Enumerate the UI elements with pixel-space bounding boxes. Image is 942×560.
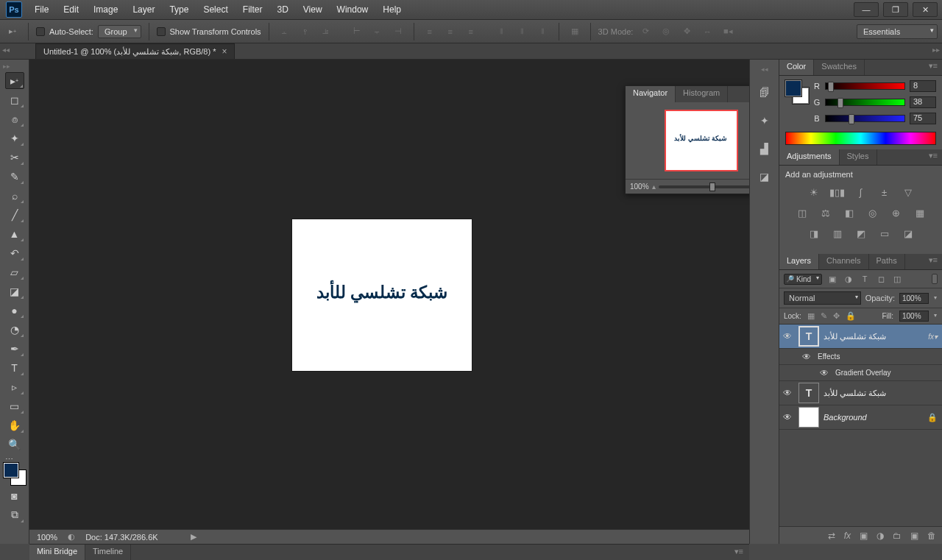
3d-pan-icon[interactable]: ✥ — [679, 24, 695, 40]
distribute-bottom-icon[interactable]: ≡ — [463, 24, 479, 40]
b-slider[interactable] — [825, 115, 905, 122]
adjustments-menu-icon[interactable]: ▾≡ — [924, 149, 942, 165]
menu-select[interactable]: Select — [196, 1, 234, 18]
close-tab-icon[interactable]: × — [222, 46, 227, 57]
dodge-tool[interactable]: ◔ — [5, 321, 24, 338]
lasso-tool[interactable]: ⌾ — [5, 110, 24, 127]
crop-tool[interactable]: ✂ — [5, 149, 24, 166]
colorbalance-icon[interactable]: ⚖ — [818, 205, 834, 220]
menu-3d[interactable]: 3D — [270, 1, 294, 18]
filter-type-icon[interactable]: T — [859, 273, 871, 285]
toolbox-handle-icon[interactable]: ▸▸ — [3, 63, 10, 70]
background-layer-name[interactable]: Background — [824, 413, 923, 422]
stamp-tool[interactable]: ▲ — [5, 225, 24, 242]
fill-value[interactable]: 100% — [899, 311, 929, 322]
close-button[interactable]: ✕ — [913, 2, 938, 17]
filter-toggle[interactable] — [932, 274, 938, 284]
menu-filter[interactable]: Filter — [236, 1, 269, 18]
color-swatch-picker[interactable] — [785, 80, 809, 104]
layer-row-background[interactable]: 👁 Background 🔒 — [779, 405, 942, 430]
layer-effects-row[interactable]: 👁 Effects — [779, 349, 942, 365]
history-brush-tool[interactable]: ↶ — [5, 244, 24, 261]
move-tool[interactable]: ▸+ — [5, 72, 24, 89]
g-slider[interactable] — [825, 99, 905, 106]
shape-tool[interactable]: ▭ — [5, 397, 24, 414]
layer-fx-icon[interactable]: fx — [844, 531, 851, 541]
lock-transparent-icon[interactable]: ▦ — [807, 311, 815, 321]
maximize-button[interactable]: ❐ — [883, 2, 908, 17]
align-vcenter-icon[interactable]: ⫯ — [297, 24, 314, 40]
vibrance-icon[interactable]: ▽ — [900, 185, 916, 199]
info-panel-icon[interactable]: ▟ — [755, 141, 774, 157]
tab-histogram[interactable]: Histogram — [676, 86, 728, 102]
tab-paths[interactable]: Paths — [869, 254, 905, 269]
status-zoom[interactable]: 100% — [37, 533, 57, 542]
photofilter-icon[interactable]: ◎ — [865, 205, 881, 220]
filter-smart-icon[interactable]: ◫ — [891, 273, 903, 285]
navigator-panel[interactable]: Navigator Histogram ▸▸ ▾≡ شبكة تشلسي للأ… — [625, 85, 749, 194]
filter-adjustment-icon[interactable]: ◑ — [843, 273, 854, 285]
brush-tool[interactable]: ╱ — [5, 206, 24, 223]
document-canvas[interactable]: شبكة تشلسي للأبد — [292, 219, 472, 371]
menu-type[interactable]: Type — [163, 1, 195, 18]
tab-swatches[interactable]: Swatches — [814, 60, 865, 75]
3d-roll-icon[interactable]: ◎ — [658, 24, 674, 40]
foreground-color-swatch[interactable] — [4, 463, 18, 478]
layer-name[interactable]: شبكة تشلسي للأبد — [824, 332, 924, 341]
menu-help[interactable]: Help — [376, 1, 408, 18]
layer-mask-icon[interactable]: ▣ — [860, 531, 868, 541]
status-arrow-icon[interactable]: ▶ — [191, 532, 196, 542]
align-left-icon[interactable]: ⊢ — [349, 24, 365, 40]
tab-adjustments[interactable]: Adjustments — [779, 149, 840, 165]
opacity-value[interactable]: 100% — [899, 293, 929, 304]
visibility-toggle-icon[interactable]: 👁 — [818, 368, 831, 378]
status-doc-info[interactable]: Doc: 147.3K/286.6K — [85, 533, 157, 542]
quick-select-tool[interactable]: ✦ — [5, 130, 24, 146]
filter-pixel-icon[interactable]: ▣ — [826, 273, 838, 285]
distribute-top-icon[interactable]: ≡ — [422, 24, 438, 40]
status-doc-icon[interactable]: ◐ — [68, 532, 75, 542]
pen-tool[interactable]: ✒ — [5, 340, 24, 357]
bw-icon[interactable]: ◧ — [841, 205, 857, 220]
layer-row[interactable]: 👁 T شبكة تشلسي للأبد — [779, 381, 942, 405]
spectrum-picker[interactable] — [785, 132, 936, 145]
navigator-zoom-value[interactable]: 100% — [630, 182, 649, 191]
adjustment-layer-icon[interactable]: ◑ — [877, 531, 884, 541]
align-right-icon[interactable]: ⊣ — [390, 24, 406, 40]
screenmode-tool[interactable]: ⧉ — [5, 506, 24, 523]
history-panel-icon[interactable]: 🗐 — [755, 85, 774, 101]
workspace-dropdown[interactable]: Essentials — [857, 24, 938, 39]
layer-fx-indicator[interactable]: fx▾ — [928, 333, 938, 341]
bottom-collapse-icon[interactable]: ▾≡ — [729, 545, 749, 560]
marquee-tool[interactable]: ◻ — [5, 91, 24, 108]
g-value[interactable]: 38 — [910, 96, 936, 108]
invert-icon[interactable]: ◨ — [806, 226, 822, 241]
tab-timeline[interactable]: Timeline — [85, 545, 131, 560]
distribute-vcenter-icon[interactable]: ≡ — [442, 24, 458, 40]
exposure-icon[interactable]: ± — [877, 185, 893, 199]
blur-tool[interactable]: ● — [5, 302, 24, 319]
auto-align-icon[interactable]: ▦ — [567, 24, 583, 40]
canvas-area[interactable]: شبكة تشلسي للأبد Navigator Histogram ▸▸ … — [29, 60, 749, 544]
r-slider[interactable] — [825, 82, 905, 90]
show-transform-checkbox[interactable] — [157, 27, 166, 36]
visibility-toggle-icon[interactable]: 👁 — [800, 352, 813, 362]
layer-row[interactable]: 👁 T شبكة تشلسي للأبد fx▾ — [779, 325, 942, 349]
tabbar-handle-left-icon[interactable]: ◂◂ — [2, 46, 10, 54]
tabbar-handle-right-icon[interactable]: ▸▸ — [932, 46, 940, 54]
threshold-icon[interactable]: ◩ — [853, 226, 869, 241]
align-hcenter-icon[interactable]: ⫟ — [369, 24, 386, 40]
layers-menu-icon[interactable]: ▾≡ — [924, 254, 942, 269]
layer-filter-kind[interactable]: Kind — [784, 274, 822, 285]
blend-mode-dropdown[interactable]: Normal — [784, 291, 861, 305]
posterize-icon[interactable]: ▥ — [829, 226, 846, 241]
curves-icon[interactable]: ∫ — [853, 185, 869, 199]
r-value[interactable]: 8 — [910, 80, 936, 92]
gradientmap-icon[interactable]: ▭ — [877, 226, 893, 241]
link-layers-icon[interactable]: ⇄ — [828, 531, 835, 541]
quickmask-tool[interactable]: ◙ — [5, 487, 24, 504]
align-bottom-icon[interactable]: ⫡ — [318, 24, 334, 40]
brightness-icon[interactable]: ☀ — [806, 185, 822, 199]
selectivecolor-icon[interactable]: ◪ — [900, 226, 916, 241]
auto-select-checkbox[interactable] — [36, 27, 45, 36]
